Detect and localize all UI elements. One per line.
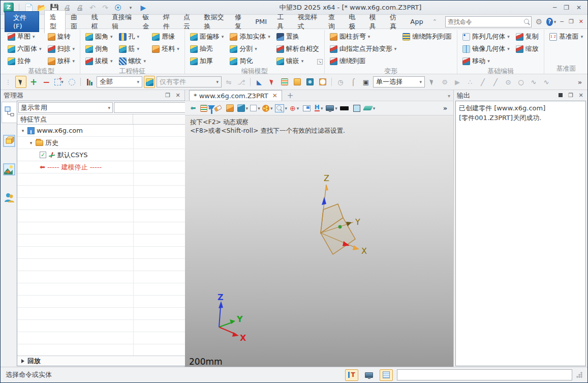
checked-checkbox[interactable]: ✓ <box>40 152 46 158</box>
point-snap-button[interactable]: ∴ <box>465 76 476 88</box>
viewport-3d[interactable]: 按下<F2> 动态观察 <F8>或者<Shift-roll> 查找下一个有效的过… <box>185 115 453 368</box>
face-offset-button[interactable]: 面偏移▾ <box>188 31 226 43</box>
toolbar-overflow-button[interactable]: » <box>574 76 585 88</box>
spline-snap-button[interactable]: ∿ <box>528 76 539 88</box>
move-button[interactable]: 移动▾ <box>460 55 512 67</box>
close-button[interactable]: ✕ <box>576 4 581 11</box>
new-file-icon[interactable]: 📄 <box>24 3 34 12</box>
hole-button[interactable]: 孔▾ <box>117 31 148 43</box>
shaded-display-button[interactable]: ▾ <box>237 103 249 114</box>
tab-electrode[interactable]: 电极 <box>344 11 364 33</box>
manager-restore-button[interactable]: ❐ <box>164 92 171 99</box>
mdi-restore-button[interactable]: ❐ <box>569 18 574 25</box>
history-manager-tab[interactable] <box>2 102 17 123</box>
shell-button[interactable]: 抽壳 <box>188 43 226 55</box>
draft-button[interactable]: 拔模▾ <box>83 55 115 67</box>
restore-button[interactable]: ❐ <box>564 4 569 11</box>
exclude-folder-button[interactable] <box>292 76 303 88</box>
rib-button[interactable]: 筋▾ <box>117 43 148 55</box>
prompt-panel-button[interactable] <box>380 369 393 381</box>
timer-button[interactable]: ◷ <box>335 76 346 88</box>
viewtool-overflow-button[interactable]: » <box>440 103 450 114</box>
simplify-button[interactable]: 简化 <box>228 55 272 67</box>
deform-from-point-button[interactable]: 由指定点开始变形▾ <box>328 43 399 55</box>
tab-repair[interactable]: 修复 <box>230 11 250 33</box>
pattern-geometry-button[interactable]: 阵列几何体▾ <box>460 31 512 43</box>
curve2-snap-button[interactable]: ∿ <box>541 76 552 88</box>
settings-gear-icon[interactable]: ⚙ <box>536 17 542 26</box>
mdi-minimize-button[interactable]: ─ <box>560 18 564 25</box>
scale-button[interactable]: 缩放 <box>514 43 541 55</box>
output-restore-button[interactable]: ❐ <box>567 92 574 99</box>
document-tab[interactable]: * www.x6g.com.Z3PRT ✕ <box>189 90 282 101</box>
pick-settings-button[interactable]: ⚙ <box>439 76 450 88</box>
box-select-button[interactable]: ▾ <box>53 76 65 88</box>
thicken-button[interactable]: 加厚 <box>188 55 226 67</box>
wrap-to-face-button[interactable]: 缠绕到面 <box>328 55 399 67</box>
extrude-button[interactable]: 拉伸 <box>6 55 44 67</box>
status-input-field[interactable] <box>397 369 572 380</box>
thread-button[interactable]: 螺纹▾ <box>117 55 148 67</box>
chevron-expand-icon[interactable]: ▾ <box>20 128 25 133</box>
dialog-launcher-icon[interactable]: ↘ <box>317 59 323 65</box>
part-only-select[interactable]: 仅有零件▾ <box>157 76 222 87</box>
chevron-expand-icon[interactable]: ▾ <box>28 140 34 145</box>
selection-list-button[interactable] <box>279 76 290 88</box>
solid-manager-tab[interactable] <box>2 130 17 152</box>
display-monitor-button[interactable] <box>362 369 376 381</box>
remove-selection-button[interactable]: − <box>41 76 52 88</box>
related-pick-button[interactable]: ⎇ <box>236 76 247 88</box>
selection-mode-select[interactable]: 单一选择▾ <box>373 76 425 87</box>
background-color-button[interactable] <box>352 103 362 114</box>
surface-render-button[interactable]: ▾ <box>364 103 376 114</box>
wrap-pattern-to-face-button[interactable]: 缠绕阵列到面 <box>400 31 454 43</box>
lasso-select-button[interactable] <box>66 76 77 88</box>
tab-surface[interactable]: 曲面 <box>66 11 86 33</box>
display-mode-button[interactable]: ▾ <box>326 103 337 114</box>
erase-button[interactable] <box>213 103 223 114</box>
tab-visual-style[interactable]: 视觉样式 <box>292 11 323 33</box>
sweep-button[interactable]: 扫掠▾ <box>46 43 77 55</box>
add-selection-button[interactable]: + <box>28 76 39 88</box>
sub-window-button[interactable] <box>301 103 312 114</box>
tab-close-icon[interactable]: ✕ <box>272 92 277 99</box>
collapse-ribbon-icon[interactable]: ⌃ <box>428 18 441 25</box>
history-pick-button[interactable] <box>317 76 328 88</box>
divide-button[interactable]: 分割▾ <box>228 43 272 55</box>
circle-snap-button[interactable]: ○ <box>515 76 527 88</box>
exit-button[interactable]: ⬅ <box>188 103 198 114</box>
chain-pick-button[interactable]: ⇋ <box>223 76 234 88</box>
visual-manager-tab[interactable] <box>2 159 17 180</box>
loft-button[interactable]: 放样▾ <box>46 55 77 67</box>
stock-button[interactable]: 坯料▾ <box>150 43 181 55</box>
solid-pick-button[interactable]: ▣ <box>360 76 372 88</box>
mirror-geometry-button[interactable]: 镜像几何体▾ <box>460 43 512 55</box>
align-view-button[interactable] <box>225 103 235 114</box>
external-reference-button[interactable] <box>304 76 316 88</box>
entity-filter-select[interactable]: 全部▾ <box>97 76 142 87</box>
tab-mold[interactable]: 模具 <box>364 11 385 33</box>
pick-cursor-button[interactable] <box>15 76 26 88</box>
sketch-button[interactable]: 草图▾ <box>6 31 44 43</box>
help-icon[interactable]: ? <box>546 18 552 26</box>
section-view-button[interactable]: ▾ <box>262 103 273 114</box>
wireframe-display-button[interactable]: ▾ <box>250 103 260 114</box>
resolve-self-intersection-button[interactable]: 解析自相交 <box>274 43 321 55</box>
tab-pmi[interactable]: PMI <box>250 16 272 27</box>
pick-list-button[interactable] <box>266 76 277 88</box>
tab-sheet-metal[interactable]: 钣金 <box>138 11 158 33</box>
role-manager-tab[interactable] <box>2 187 17 209</box>
pick-arrow-button[interactable] <box>426 76 438 88</box>
tips-toggle-button[interactable]: T <box>345 369 358 381</box>
resize-grip[interactable] <box>576 372 582 378</box>
center-snap-button[interactable]: ⊙ <box>503 76 514 88</box>
tab-data-exchange[interactable]: 数据交换 <box>199 11 230 33</box>
lip-button[interactable]: 唇缘 <box>150 31 181 43</box>
display-mode-select[interactable]: 显示常用▾ <box>18 102 113 113</box>
command-search-box[interactable] <box>445 16 532 27</box>
rotate-view-button[interactable]: ⊕▾ <box>289 103 299 114</box>
tab-inquire[interactable]: 查询 <box>323 11 344 33</box>
zoom-button[interactable]: ▾ <box>275 103 288 114</box>
tab-direct-edit[interactable]: 直接编辑 <box>107 11 138 33</box>
curve-pick-button[interactable]: ⌠ <box>348 76 359 88</box>
